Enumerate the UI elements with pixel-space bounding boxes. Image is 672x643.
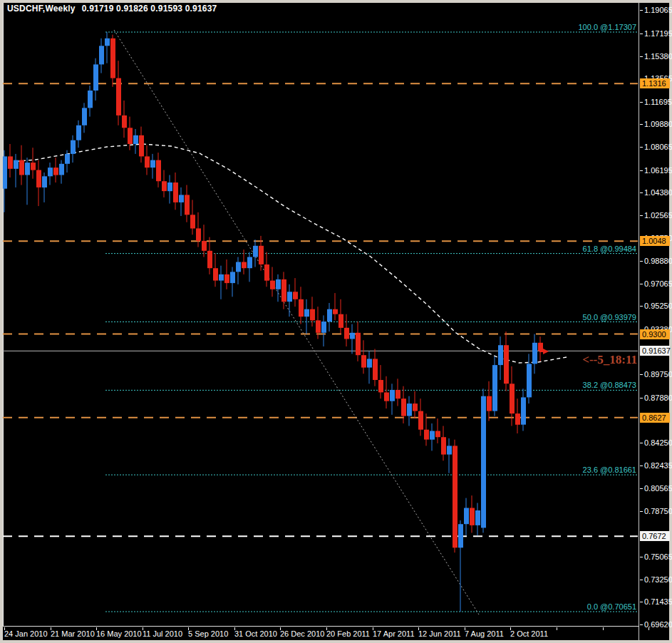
candle-body <box>333 309 338 314</box>
candle-body <box>378 380 383 392</box>
candle-body <box>321 322 326 333</box>
candle-body <box>504 345 509 384</box>
price-arrow-icon <box>543 349 549 354</box>
candle-body <box>538 343 543 351</box>
price-axis-tick-mark <box>640 443 643 443</box>
price-axis-tick-mark <box>640 284 643 284</box>
time-axis-label: 12 Jun 2011 <box>418 629 461 638</box>
candle-body <box>270 281 275 289</box>
candle-body <box>173 182 178 202</box>
candle-body <box>470 508 475 525</box>
price-badge-0.9300: 0.9300 <box>640 329 670 339</box>
price-axis-label: 0.71435 <box>644 597 672 606</box>
candle-body <box>236 262 241 272</box>
price-axis-label: 0.73250 <box>644 575 672 584</box>
candle-body <box>25 163 30 175</box>
candle-body <box>202 241 207 251</box>
candle-body <box>447 446 452 454</box>
price-axis-tick-mark <box>640 124 643 125</box>
candle-body <box>373 359 378 380</box>
price-badge-0.8627: 0.8627 <box>640 413 670 423</box>
price-axis-tick-mark <box>640 56 643 57</box>
price-axis-label: 1.15380 <box>644 52 672 61</box>
candle-body <box>515 413 520 425</box>
price-axis-label: 1.17195 <box>644 29 672 38</box>
candle-body <box>253 246 258 257</box>
candle-body <box>458 524 463 547</box>
fib-level-label: 23.6 @0.81661 <box>583 465 636 474</box>
candle-body <box>498 345 503 365</box>
candle-body <box>281 279 286 302</box>
time-axis-tick-mark <box>648 627 649 630</box>
time-axis-label: 7 Aug 2011 <box>465 629 504 638</box>
candle-body <box>441 437 446 454</box>
candle-body <box>190 215 195 228</box>
candle-body <box>71 140 76 154</box>
candle-body <box>196 228 201 240</box>
price-badge-0.91637: 0.91637 <box>640 346 670 356</box>
price-axis-tick-mark <box>640 602 643 602</box>
price-axis-label: 0.89750 <box>644 370 672 379</box>
candle-body <box>396 390 400 398</box>
candle-body <box>401 398 406 416</box>
candle-body <box>53 168 58 175</box>
candle-body <box>532 343 537 364</box>
time-axis-tick-mark <box>603 627 604 630</box>
price-axis-label: 0.95250 <box>644 302 672 310</box>
candle-body <box>361 355 366 367</box>
price-axis-tick-mark <box>640 624 643 625</box>
price-badge-0.7672: 0.7672 <box>640 531 670 541</box>
candle-body <box>82 108 87 125</box>
time-axis-label: 5 Sep 2010 <box>188 629 228 638</box>
price-axis-tick-mark <box>640 306 643 307</box>
candle-body <box>133 135 138 144</box>
candle-body <box>76 125 81 140</box>
candle-body <box>2 156 7 188</box>
time-axis-label: 11 Jul 2010 <box>143 629 182 638</box>
candle-body <box>122 115 127 128</box>
candle-body <box>162 181 167 191</box>
price-axis-tick-mark <box>640 215 643 216</box>
fib-level-label: 61.8 @0.99484 <box>583 245 636 253</box>
price-axis-label: 0.75065 <box>644 552 672 561</box>
candle-body <box>390 390 395 401</box>
time-axis-label: 21 Mar 2010 <box>51 629 95 638</box>
candle-body <box>8 156 13 168</box>
candle-body <box>145 156 150 168</box>
candle-body <box>367 359 372 367</box>
fib-level-label: 50.0 @0.93979 <box>583 313 636 322</box>
candle-body <box>259 246 264 264</box>
price-axis-tick-mark <box>640 374 643 375</box>
candle-body <box>413 403 418 411</box>
candle-body <box>424 430 429 440</box>
candle-body <box>453 446 458 547</box>
candle-body <box>287 292 292 302</box>
price-axis-tick-mark <box>640 261 643 262</box>
candle-body <box>19 160 24 175</box>
symbol-title: USDCHF,Weekly <box>7 4 76 14</box>
price-axis-tick-mark <box>640 511 643 512</box>
price-axis-label: 0.97065 <box>644 279 672 288</box>
candle-body <box>327 309 332 322</box>
candle-body <box>521 397 526 424</box>
candle-body <box>150 160 155 168</box>
candle-body <box>384 393 389 401</box>
price-axis-label: 0.87880 <box>644 393 672 402</box>
price-axis-label: 1.06195 <box>644 166 672 175</box>
price-axis-tick-mark <box>640 398 643 398</box>
candle-body <box>213 268 218 280</box>
chart-title: USDCHF,Weekly0.91719 0.91826 0.91593 0.9… <box>7 4 217 14</box>
candle-body <box>310 309 315 321</box>
candle-body <box>179 195 184 202</box>
candle-body <box>36 170 41 187</box>
price-axis-label: 1.11695 <box>644 98 672 106</box>
candle-body <box>224 274 229 283</box>
time-axis-label: 31 Oct 2010 <box>234 629 277 638</box>
time-axis-label: 24 Jan 2010 <box>4 629 48 638</box>
chart-canvas: 100.0 @1.1730761.8 @0.9948450.0 @0.93979… <box>0 0 672 643</box>
candle-body <box>527 364 532 397</box>
fib-level-label: 0.0 @0.70651 <box>587 602 636 611</box>
candle-body <box>407 403 412 416</box>
time-axis-tick-mark <box>557 627 557 630</box>
candle-body <box>156 160 161 182</box>
